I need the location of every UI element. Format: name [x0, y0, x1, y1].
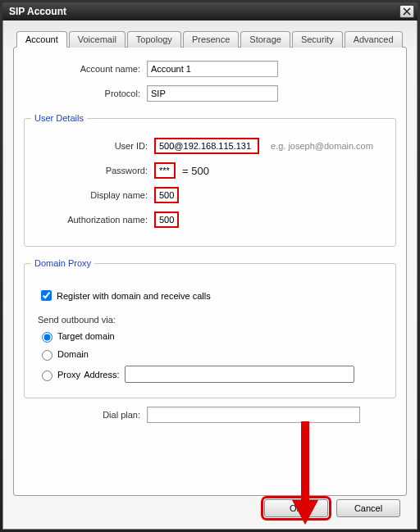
row-protocol: Protocol: — [24, 85, 396, 102]
dialog-window: SIP Account Account Voicemail Topology P… — [0, 0, 420, 532]
legend-domain-proxy: Domain Proxy — [31, 258, 94, 268]
close-button[interactable] — [399, 5, 414, 18]
row-proxy: Proxy Address: — [38, 366, 389, 383]
legend-user-details: User Details — [31, 113, 87, 123]
cancel-button[interactable]: Cancel — [336, 499, 400, 517]
tab-security[interactable]: Security — [292, 31, 343, 48]
input-account-name[interactable] — [147, 61, 278, 77]
row-password: Password: = 500 — [31, 162, 389, 179]
radio-proxy[interactable] — [42, 371, 52, 381]
label-password: Password: — [31, 166, 154, 175]
label-send-outbound: Send outbound via: — [38, 315, 389, 325]
label-proxy: Proxy — [57, 370, 80, 380]
label-proxy-address: Address: — [84, 370, 119, 380]
input-dial-plan[interactable] — [147, 407, 360, 423]
input-display-name[interactable] — [154, 187, 179, 203]
close-icon — [403, 7, 411, 16]
title-bar: SIP Account — [2, 2, 418, 20]
row-display-name: Display name: — [31, 187, 389, 203]
dialog-body: Account Voicemail Topology Presence Stor… — [2, 20, 418, 530]
tab-account[interactable]: Account — [16, 31, 67, 48]
password-eq-label: = 500 — [182, 165, 209, 177]
label-register-domain: Register with domain and receive calls — [57, 291, 211, 301]
fieldset-user-details: User Details User ID: e.g. joseph@domain… — [24, 113, 396, 247]
row-account-name: Account name: — [24, 61, 396, 77]
input-password[interactable] — [154, 162, 176, 179]
input-proxy-address[interactable] — [125, 366, 354, 383]
radio-domain[interactable] — [42, 350, 52, 361]
label-target-domain: Target domain — [57, 331, 115, 341]
label-protocol: Protocol: — [24, 89, 147, 98]
input-authorization-name[interactable] — [154, 211, 179, 228]
label-authorization-name: Authorization name: — [31, 215, 154, 225]
hint-user-id: e.g. joseph@domain.com — [271, 141, 373, 151]
radio-target-domain[interactable] — [42, 332, 52, 343]
label-user-id: User ID: — [31, 141, 154, 151]
row-dial-plan: Dial plan: — [24, 407, 396, 423]
label-dial-plan: Dial plan: — [24, 410, 147, 420]
tab-storage[interactable]: Storage — [240, 31, 290, 48]
row-domain: Domain — [38, 348, 389, 361]
fieldset-domain-proxy: Domain Proxy Register with domain and re… — [24, 258, 396, 398]
window-title: SIP Account — [9, 6, 399, 17]
tab-topology[interactable]: Topology — [127, 31, 181, 48]
button-bar: OK Cancel — [264, 499, 400, 517]
input-user-id[interactable] — [154, 138, 259, 154]
tab-advanced[interactable]: Advanced — [345, 31, 403, 48]
input-protocol — [147, 85, 278, 102]
ok-button[interactable]: OK — [264, 499, 328, 517]
row-user-id: User ID: e.g. joseph@domain.com — [31, 138, 389, 154]
row-authorization-name: Authorization name: — [31, 211, 389, 228]
tab-strip: Account Voicemail Topology Presence Stor… — [13, 30, 407, 47]
row-register-domain: Register with domain and receive calls — [38, 288, 389, 303]
tab-presence[interactable]: Presence — [183, 31, 239, 48]
label-display-name: Display name: — [31, 190, 154, 200]
row-target-domain: Target domain — [38, 330, 389, 343]
checkbox-register-domain[interactable] — [41, 290, 52, 301]
label-account-name: Account name: — [24, 64, 147, 74]
tab-voicemail[interactable]: Voicemail — [69, 31, 126, 48]
tab-pane-account: Account name: Protocol: User Details Use… — [13, 47, 407, 496]
label-domain: Domain — [57, 349, 89, 359]
